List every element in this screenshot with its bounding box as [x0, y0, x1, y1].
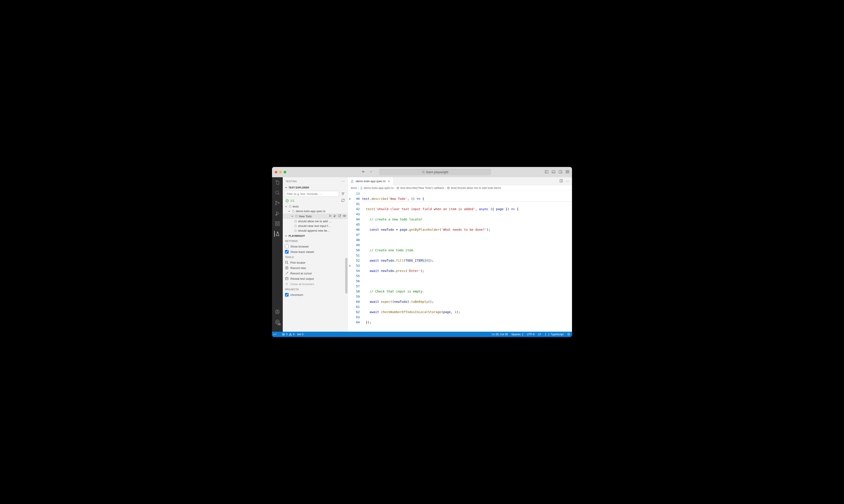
svg-point-8 [275, 191, 279, 194]
vscode-window: learn-playwright TE TESTING [272, 167, 572, 337]
code-area[interactable]: 13 4041424344454647484950515253545556575… [348, 191, 572, 332]
tools-heading: TOOLS [283, 254, 347, 260]
run-glyph-icon[interactable] [348, 265, 351, 267]
command-center[interactable]: learn-playwright [379, 169, 491, 175]
toggle-secondary-sidebar-icon[interactable] [559, 170, 562, 175]
run-test-icon[interactable] [329, 214, 332, 218]
editor-tab[interactable]: demo-todo-app.spec.ts [348, 177, 393, 185]
activity-bar: TE [272, 177, 283, 332]
error-icon [282, 333, 285, 336]
split-editor-icon[interactable] [559, 179, 563, 183]
eol-status[interactable]: LF [538, 333, 541, 336]
toggle-panel-icon[interactable] [552, 170, 555, 175]
maximize-window-button[interactable] [284, 171, 286, 174]
encoding-status[interactable]: UTF-8 [527, 333, 535, 336]
test-tree: tests demo-todo-app.spec.ts New Todo [283, 204, 347, 233]
accounts-icon[interactable] [274, 309, 280, 315]
source-control-icon[interactable] [274, 200, 280, 206]
crumb[interactable]: test('should allow me to add todo items [451, 186, 501, 190]
more-actions-icon[interactable]: ⋯ [566, 179, 569, 183]
filter-icon[interactable] [340, 191, 346, 197]
breadcrumb[interactable]: tests › demo-todo-app.spec.ts › test.des… [348, 185, 572, 191]
show-browser-checkbox[interactable]: Show browser [283, 244, 347, 249]
reveal-output-tool[interactable]: Reveal test output [283, 276, 347, 281]
svg-point-20 [286, 199, 289, 202]
test-explorer-label: TEST EXPLORER [289, 186, 309, 189]
tree-suite[interactable]: New Todo [283, 214, 347, 219]
spaces-status[interactable]: Spaces: 2 [511, 333, 523, 336]
code-content[interactable]: test.describe('New Todo', () => { test('… [362, 191, 572, 332]
nav-back-icon[interactable] [362, 169, 365, 175]
remote-indicator[interactable] [272, 332, 278, 337]
ports-status[interactable]: 0 [298, 333, 303, 336]
svg-rect-13 [275, 221, 277, 223]
status-circle-icon [295, 215, 298, 218]
chevron-down-icon [288, 210, 291, 213]
pick-locator-tool[interactable]: Pick locator [283, 260, 347, 265]
close-icon[interactable] [387, 180, 391, 183]
debug-test-icon[interactable] [333, 214, 337, 218]
test-explorer-section[interactable]: TEST EXPLORER [283, 185, 347, 190]
show-trace-checkbox[interactable]: Show trace viewer [283, 249, 347, 254]
cursor-position[interactable]: Ln 28, Col 39 [492, 333, 508, 336]
goto-test-icon[interactable] [338, 214, 341, 218]
watch-test-icon[interactable] [343, 214, 346, 218]
notifications-icon[interactable] [567, 332, 570, 336]
flask-icon [351, 179, 354, 183]
tree-test[interactable]: should append new ite… [283, 228, 347, 233]
playwright-section[interactable]: PLAYWRIGHT [283, 233, 347, 238]
refresh-icon[interactable] [341, 199, 345, 203]
close-browsers-tool[interactable]: Close all browsers [283, 281, 347, 287]
tree-root[interactable]: tests [283, 204, 347, 209]
filter-input[interactable] [285, 191, 339, 197]
tree-file[interactable]: demo-todo-app.spec.ts [283, 209, 347, 214]
svg-point-26 [344, 216, 345, 216]
chevron-down-icon [285, 205, 288, 208]
more-icon[interactable]: ⋯ [341, 179, 345, 183]
tree-test[interactable]: should clear text input f… [283, 223, 347, 228]
search-icon[interactable] [274, 190, 280, 196]
record-cursor-tool[interactable]: Record at cursor [283, 271, 347, 276]
line-gutter: 13 4041424344454647484950515253545556575… [352, 191, 362, 332]
toggle-primary-sidebar-icon[interactable] [545, 170, 549, 175]
svg-rect-14 [275, 224, 277, 226]
record-new-tool[interactable]: Record new [283, 265, 347, 271]
title-text: learn-playwright [426, 170, 448, 174]
svg-rect-5 [568, 170, 569, 172]
nav-forward-icon [369, 169, 373, 175]
problems-status[interactable]: 0 0 [282, 333, 294, 336]
run-glyph-margin [348, 191, 352, 332]
crumb[interactable]: demo-todo-app.spec.ts [364, 186, 394, 190]
traffic-lights [275, 171, 286, 174]
settings-gear-icon[interactable]: TE [274, 319, 280, 325]
projects-heading: PROJECTS [283, 287, 347, 292]
cube-icon [396, 186, 399, 190]
cube-icon [447, 186, 450, 190]
svg-point-0 [422, 171, 424, 173]
run-glyph-icon[interactable] [348, 198, 351, 200]
language-status[interactable]: { }TypeScript [545, 333, 563, 336]
search-icon [422, 170, 425, 174]
tree-test[interactable]: should allow me to add … [283, 219, 347, 223]
crumb[interactable]: tests [351, 186, 357, 190]
status-circle-icon [294, 220, 297, 223]
tab-label: demo-todo-app.spec.ts [356, 179, 385, 183]
explorer-icon[interactable] [274, 179, 280, 185]
run-debug-icon[interactable] [274, 210, 280, 216]
extensions-icon[interactable] [274, 221, 280, 227]
svg-point-10 [275, 204, 277, 205]
minimize-window-button[interactable] [279, 171, 282, 174]
svg-point-19 [277, 321, 278, 323]
close-window-button[interactable] [275, 171, 277, 174]
testing-icon[interactable] [274, 231, 280, 237]
svg-rect-4 [566, 170, 567, 172]
crumb[interactable]: test.describe('New Todo') callback [400, 186, 444, 190]
svg-point-35 [299, 334, 300, 335]
sidebar-title: TESTING [285, 180, 297, 183]
sidebar-scrollbar[interactable] [345, 258, 347, 294]
svg-point-18 [277, 310, 278, 312]
customize-layout-icon[interactable] [565, 170, 569, 175]
project-chromium-checkbox[interactable]: chromium [283, 292, 347, 298]
chevron-down-icon [285, 234, 288, 237]
svg-rect-3 [559, 170, 562, 173]
